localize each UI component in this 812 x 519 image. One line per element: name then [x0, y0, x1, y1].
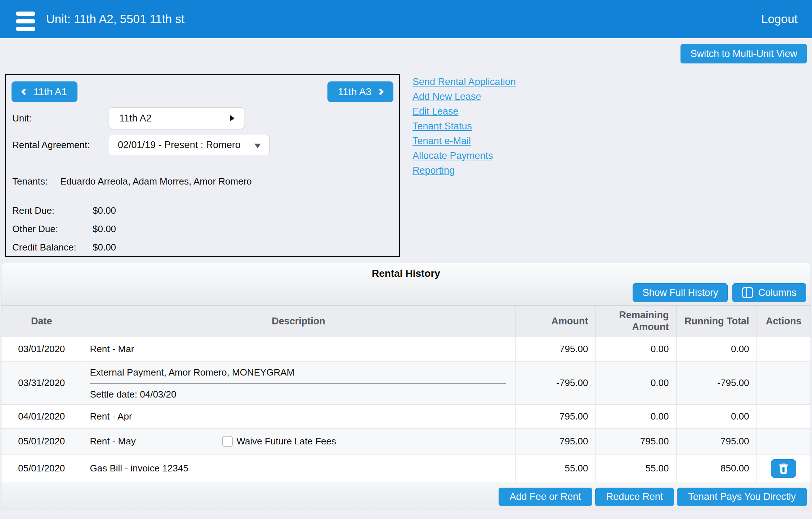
payment-description: External Payment, Amor Romero, MONEYGRAM: [90, 366, 515, 378]
table-row: 05/01/2020 Gas Bill - invoice 12345 55.0…: [1, 454, 811, 483]
table-row: 03/01/2020 Rent - Mar 795.00 0.00 0.00: [1, 337, 811, 361]
table-header-row: Date Description Amount Remaining Amount…: [1, 306, 811, 337]
chevron-left-icon: [21, 88, 28, 96]
triangle-right-icon: [230, 115, 235, 121]
row-actions: [757, 361, 811, 404]
row-running-total: 0.00: [676, 337, 757, 361]
waive-future-late-fees-label: Waive Future Late Fees: [237, 436, 336, 447]
row-date: 05/01/2020: [1, 454, 82, 483]
unit-picker-value: 11th A2: [119, 108, 152, 129]
link-allocate-payments[interactable]: Allocate Payments: [412, 148, 493, 163]
waive-late-fees-group: Waive Future Late Fees: [222, 436, 336, 447]
show-full-history-button[interactable]: Show Full History: [633, 283, 728, 302]
row-amount: 795.00: [515, 428, 595, 454]
row-date: 05/01/2020: [1, 428, 82, 454]
credit-balance-label: Credit Balance:: [12, 241, 76, 253]
row-description: Gas Bill - invoice 12345: [82, 454, 515, 483]
hamburger-bar: [16, 12, 35, 16]
top-header-bar: Unit: 11th A2, 5501 11th st Logout: [0, 0, 812, 38]
row-date: 04/01/2020: [1, 404, 82, 428]
reduce-rent-button[interactable]: Reduce Rent: [595, 488, 674, 506]
trash-icon: [778, 463, 789, 474]
row-remaining-amount: 0.00: [595, 361, 676, 404]
rental-history-table: Date Description Amount Remaining Amount…: [1, 306, 811, 483]
tenants-value: Eduardo Arreola, Adam Morres, Amor Romer…: [60, 176, 252, 187]
columns-button[interactable]: Columns: [732, 283, 806, 302]
rental-agreement-value: 02/01/19 - Present : Romero: [118, 135, 241, 155]
next-unit-label: 11th A3: [338, 86, 371, 98]
table-row: 05/01/2020 Rent - May Waive Future Late …: [1, 428, 811, 454]
row-description: Rent - Mar: [82, 337, 515, 361]
add-fee-or-rent-button[interactable]: Add Fee or Rent: [499, 488, 592, 506]
column-header-remaining-amount[interactable]: Remaining Amount: [595, 306, 676, 337]
triangle-down-icon: [254, 143, 261, 148]
other-due-value: $0.00: [93, 223, 116, 235]
row-description: External Payment, Amor Romero, MONEYGRAM…: [82, 362, 515, 404]
unit-summary-panel: 11th A1 11th A3 Unit: 11th A2 Rental Agr…: [5, 74, 400, 257]
row-actions: [757, 404, 811, 428]
row-actions: [757, 337, 811, 361]
link-edit-lease[interactable]: Edit Lease: [412, 104, 459, 119]
tenant-pays-you-directly-button[interactable]: Tenant Pays You Directly: [677, 488, 807, 506]
row-date: 03/01/2020: [1, 337, 82, 361]
row-amount: 55.00: [515, 454, 595, 483]
table-row: 03/31/2020 External Payment, Amor Romero…: [1, 361, 811, 404]
page-title: Unit: 11th A2, 5501 11th st: [46, 0, 184, 38]
chevron-right-icon: [377, 88, 384, 96]
column-header-description[interactable]: Description: [82, 306, 515, 337]
row-actions: [757, 454, 811, 483]
columns-button-label: Columns: [758, 287, 797, 298]
column-header-running-total[interactable]: Running Total: [676, 306, 757, 337]
rent-due-label: Rent Due:: [12, 205, 54, 216]
rental-agreement-dropdown[interactable]: 02/01/19 - Present : Romero: [109, 135, 270, 155]
delete-row-button[interactable]: [771, 459, 796, 478]
rent-due-value: $0.00: [93, 205, 116, 216]
unit-field-label: Unit:: [12, 112, 31, 124]
rental-history-footer: Add Fee or Rent Reduce Rent Tenant Pays …: [1, 483, 811, 511]
tenants-label: Tenants:: [12, 176, 48, 187]
other-due-label: Other Due:: [12, 223, 58, 235]
prev-unit-label: 11th A1: [34, 86, 67, 98]
link-add-new-lease[interactable]: Add New Lease: [412, 89, 481, 104]
row-description: Rent - May: [90, 436, 136, 447]
next-unit-button[interactable]: 11th A3: [327, 81, 393, 102]
row-amount: 795.00: [515, 337, 595, 361]
columns-icon: [742, 287, 753, 298]
waive-future-late-fees-checkbox[interactable]: [222, 436, 233, 447]
row-amount: 795.00: [515, 404, 595, 428]
row-remaining-amount: 795.00: [595, 428, 676, 454]
row-description: Rent - Apr: [82, 404, 515, 428]
rental-history-header: Rental History Show Full History Columns: [1, 263, 811, 306]
row-remaining-amount: 55.00: [595, 454, 676, 483]
prev-unit-button[interactable]: 11th A1: [12, 81, 77, 102]
settle-date: Settle date: 04/03/20: [90, 388, 515, 400]
rental-agreement-label: Rental Agreement:: [12, 139, 90, 151]
switch-multi-unit-view-button[interactable]: Switch to Multi-Unit View: [681, 44, 807, 63]
credit-balance-value: $0.00: [93, 241, 116, 253]
link-tenant-email[interactable]: Tenant e-Mail: [412, 134, 471, 148]
link-tenant-status[interactable]: Tenant Status: [412, 119, 472, 134]
rental-history-section: Rental History Show Full History Columns…: [1, 263, 811, 511]
description-divider: [90, 383, 506, 384]
table-row: 04/01/2020 Rent - Apr 795.00 0.00 0.00: [1, 404, 811, 428]
hamburger-bar: [16, 27, 35, 31]
rental-history-title: Rental History: [1, 263, 811, 279]
row-actions: [757, 428, 811, 454]
column-header-date[interactable]: Date: [1, 306, 82, 337]
row-running-total: 0.00: [676, 404, 757, 428]
column-header-actions[interactable]: Actions: [757, 306, 811, 337]
hamburger-bar: [16, 19, 35, 23]
quick-links-menu: Send Rental Application Add New Lease Ed…: [412, 75, 516, 178]
row-date: 03/31/2020: [1, 361, 82, 404]
unit-picker[interactable]: 11th A2: [109, 107, 244, 129]
hamburger-menu-icon[interactable]: [16, 12, 35, 34]
link-send-rental-application[interactable]: Send Rental Application: [412, 75, 516, 89]
row-amount: -795.00: [515, 361, 595, 404]
row-remaining-amount: 0.00: [595, 337, 676, 361]
link-reporting[interactable]: Reporting: [412, 163, 455, 178]
row-remaining-amount: 0.00: [595, 404, 676, 428]
logout-button[interactable]: Logout: [761, 0, 798, 38]
row-running-total: -795.00: [676, 361, 757, 404]
column-header-amount[interactable]: Amount: [515, 306, 595, 337]
row-running-total: 795.00: [676, 428, 757, 454]
